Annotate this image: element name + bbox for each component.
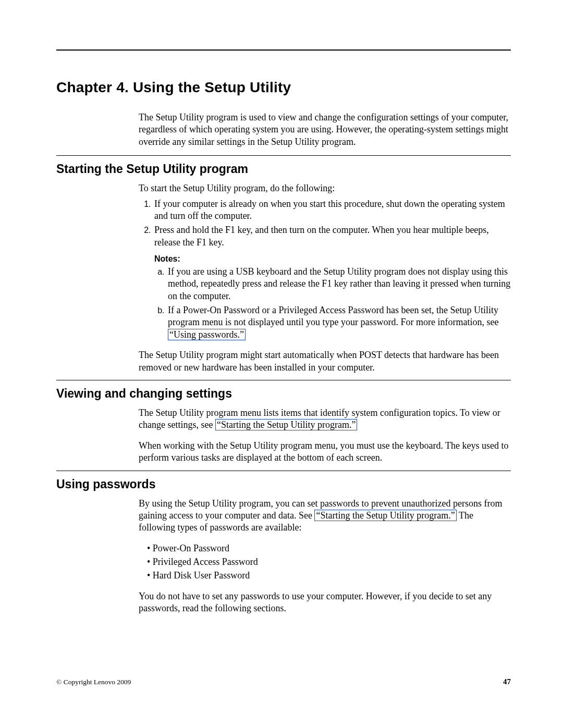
intro-paragraph: The Setup Utility program is used to vie… bbox=[139, 112, 511, 148]
step-1-text: If your computer is already on when you … bbox=[154, 199, 505, 221]
section-title-passwords: Using passwords bbox=[56, 477, 511, 491]
xref-starting-setup-utility[interactable]: “Starting the Setup Utility program.” bbox=[215, 419, 357, 430]
section1-lead: To start the Setup Utility program, do t… bbox=[139, 182, 511, 194]
note-b-pre: If a Power-On Password or a Privileged A… bbox=[168, 305, 498, 327]
note-a-text: If you are using a USB keyboard and the … bbox=[168, 266, 510, 301]
section-rule bbox=[56, 471, 511, 471]
section-rule bbox=[56, 155, 511, 156]
chapter-title: Chapter 4. Using the Setup Utility bbox=[56, 79, 511, 96]
bullet-poweron: Power-On Password bbox=[147, 541, 511, 555]
document-page: Chapter 4. Using the Setup Utility The S… bbox=[0, 0, 563, 728]
section2-body: The Setup Utility program menu lists ite… bbox=[139, 407, 511, 464]
section2-p2: When working with the Setup Utility prog… bbox=[139, 440, 511, 464]
step-1: If your computer is already on when you … bbox=[153, 198, 511, 223]
section-title-starting: Starting the Setup Utility program bbox=[56, 162, 511, 176]
page-number: 47 bbox=[503, 677, 511, 686]
step-2: Press and hold the F1 key, and then turn… bbox=[153, 224, 511, 341]
section3-p1: By using the Setup Utility program, you … bbox=[139, 498, 511, 534]
section1-body: To start the Setup Utility program, do t… bbox=[139, 182, 511, 374]
xref-using-passwords[interactable]: “Using passwords.” bbox=[168, 329, 246, 340]
notes-list: If you are using a USB keyboard and the … bbox=[154, 266, 511, 341]
section3-body: By using the Setup Utility program, you … bbox=[139, 498, 511, 615]
copyright-text: © Copyright Lenovo 2009 bbox=[56, 678, 131, 686]
note-b: If a Power-On Password or a Privileged A… bbox=[167, 304, 511, 341]
section3-p2: You do not have to set any passwords to … bbox=[139, 590, 511, 615]
section-title-viewing: Viewing and changing settings bbox=[56, 387, 511, 401]
xref-starting-setup-utility-2[interactable]: “Starting the Setup Utility program.” bbox=[314, 510, 456, 521]
top-rule bbox=[56, 50, 511, 51]
section-rule bbox=[56, 380, 511, 380]
section1-tail: The Setup Utility program might start au… bbox=[139, 349, 511, 374]
bullet-harddisk: Hard Disk User Password bbox=[147, 569, 511, 582]
steps-list: If your computer is already on when you … bbox=[139, 198, 511, 341]
notes-label: Notes: bbox=[154, 254, 511, 265]
password-types-list: Power-On Password Privileged Access Pass… bbox=[139, 541, 511, 582]
section2-p1: The Setup Utility program menu lists ite… bbox=[139, 407, 511, 431]
note-a: If you are using a USB keyboard and the … bbox=[167, 266, 511, 302]
intro-block: The Setup Utility program is used to vie… bbox=[139, 112, 511, 148]
page-footer: © Copyright Lenovo 2009 47 bbox=[56, 677, 511, 686]
step-2-text: Press and hold the F1 key, and then turn… bbox=[154, 225, 489, 247]
bullet-privileged: Privileged Access Password bbox=[147, 555, 511, 569]
note-b-text: If a Power-On Password or a Privileged A… bbox=[168, 305, 498, 340]
